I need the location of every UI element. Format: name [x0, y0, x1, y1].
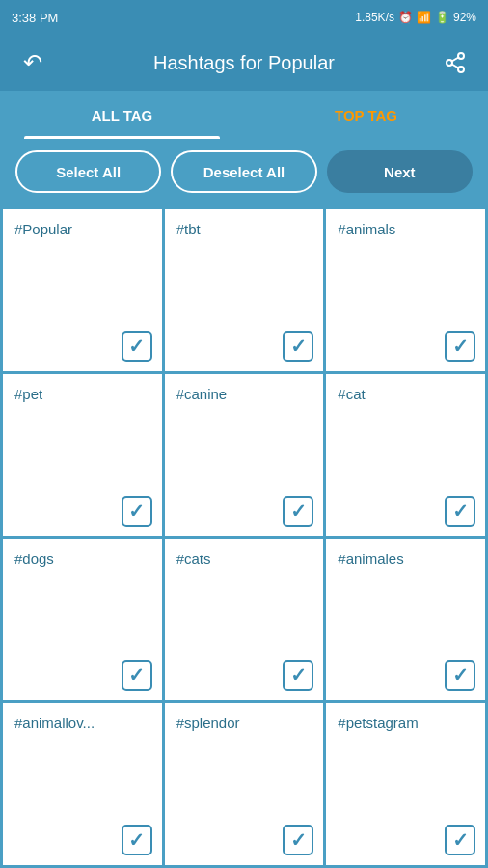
hashtag-text: #canine — [176, 386, 228, 402]
hashtag-cell[interactable]: #splendor — [165, 703, 324, 865]
hashtag-text: #animales — [338, 551, 403, 567]
hashtag-text: #pet — [14, 386, 42, 402]
action-row: Select All Deselect All Next — [0, 139, 488, 206]
hashtag-cell[interactable]: #tbt — [165, 209, 324, 371]
hashtag-checkbox[interactable] — [283, 331, 313, 362]
hashtag-cell[interactable]: #animallov... — [3, 703, 162, 865]
svg-line-4 — [452, 58, 459, 62]
hashtag-text: #animallov... — [14, 715, 95, 731]
hashtag-checkbox[interactable] — [445, 660, 475, 691]
svg-line-3 — [452, 65, 459, 68]
tab-bar: ALL TAG TOP TAG — [0, 91, 488, 139]
select-all-button[interactable]: Select All — [15, 150, 161, 193]
hashtag-text: #dogs — [14, 551, 54, 567]
hashtag-text: #splendor — [176, 715, 240, 731]
status-time: 3:38 PM — [12, 11, 58, 25]
hashtag-checkbox[interactable] — [283, 496, 313, 527]
hashtag-checkbox[interactable] — [445, 825, 475, 855]
hashtag-text: #petstagram — [338, 715, 418, 731]
hashtag-checkbox[interactable] — [445, 331, 475, 362]
deselect-all-button[interactable]: Deselect All — [171, 150, 316, 193]
hashtag-cell[interactable]: #cat — [326, 374, 485, 536]
hashtag-text: #cat — [338, 386, 365, 402]
hashtag-cell[interactable]: #Popular — [3, 209, 162, 371]
hashtag-checkbox[interactable] — [283, 825, 313, 855]
hashtag-checkbox[interactable] — [122, 331, 152, 362]
hashtag-checkbox[interactable] — [122, 660, 152, 691]
hashtag-cell[interactable]: #dogs — [3, 539, 162, 701]
hashtag-cell[interactable]: #pet — [3, 374, 162, 536]
hashtag-checkbox[interactable] — [122, 496, 152, 527]
hashtag-cell[interactable]: #animals — [326, 209, 485, 371]
hashtag-text: #Popular — [14, 221, 72, 237]
share-icon — [444, 51, 467, 74]
hashtag-checkbox[interactable] — [283, 660, 313, 691]
tab-all-tag[interactable]: ALL TAG — [0, 91, 244, 139]
hashtag-text: #tbt — [176, 221, 201, 237]
page-title: Hashtags for Popular — [50, 52, 438, 74]
back-icon: ↶ — [23, 49, 42, 76]
hashtag-grid: #Popular#tbt#animals#pet#canine#cat#dogs… — [0, 206, 488, 868]
status-icons: 1.85K/s ⏰ 📶 🔋 92% — [355, 11, 476, 24]
hashtag-text: #animals — [338, 221, 395, 237]
header: ↶ Hashtags for Popular — [0, 35, 488, 91]
hashtag-checkbox[interactable] — [122, 825, 152, 855]
hashtag-text: #cats — [176, 551, 211, 567]
hashtag-cell[interactable]: #petstagram — [326, 703, 485, 865]
share-button[interactable] — [438, 45, 473, 80]
hashtag-checkbox[interactable] — [445, 496, 475, 527]
back-button[interactable]: ↶ — [15, 45, 50, 80]
status-bar: 3:38 PM 1.85K/s ⏰ 📶 🔋 92% — [0, 0, 488, 35]
hashtag-cell[interactable]: #cats — [165, 539, 324, 701]
hashtag-cell[interactable]: #canine — [165, 374, 324, 536]
tab-top-tag[interactable]: TOP TAG — [244, 91, 488, 139]
hashtag-cell[interactable]: #animales — [326, 539, 485, 701]
next-button[interactable]: Next — [327, 150, 473, 193]
